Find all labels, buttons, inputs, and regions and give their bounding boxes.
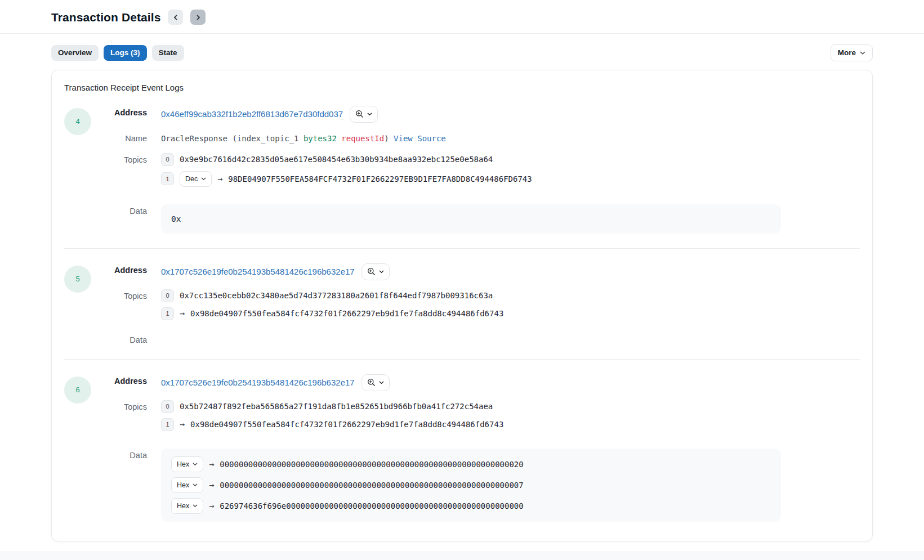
- topics-label: Topics: [101, 400, 147, 411]
- chevron-down-icon: [379, 380, 384, 385]
- more-label: More: [838, 49, 856, 57]
- topic-value: 0x98de04907f550fea584fcf4732f01f2662297e…: [190, 420, 503, 429]
- topic-row: 0 0x7cc135e0cebb02c3480ae5d74d377283180a…: [161, 289, 860, 302]
- footer-strip: A transaction is a cryptographically sig…: [0, 551, 924, 560]
- name-label: Name: [101, 132, 147, 143]
- page-title: Transaction Details: [51, 11, 160, 24]
- event-param-name: requestId: [337, 134, 384, 143]
- topic-value: 0x9e9bc7616d42c2835d05ae617e508454e63b30…: [180, 155, 493, 164]
- event-param-type: bytes32: [303, 134, 337, 143]
- address-zoom-button[interactable]: [350, 106, 378, 123]
- data-word-row: Hex → 0000000000000000000000000000000000…: [171, 456, 771, 472]
- topic-value: 0x7cc135e0cebb02c3480ae5d74d377283180a26…: [180, 291, 493, 300]
- event-signature: OracleResponse (index_topic_1: [161, 134, 303, 143]
- magnifier-plus-icon: [367, 267, 376, 276]
- data-word-value: 0000000000000000000000000000000000000000…: [220, 481, 523, 490]
- data-format-value: Hex: [177, 502, 189, 510]
- chevron-down-icon: [379, 269, 384, 274]
- arrow-right-icon: →: [217, 174, 222, 184]
- data-format-select[interactable]: Hex: [171, 477, 203, 493]
- data-word-value: 0000000000000000000000000000000000000000…: [220, 460, 523, 469]
- chevron-right-icon: [195, 15, 201, 20]
- tab-group: Overview Logs (3) State: [51, 45, 184, 61]
- topic-index-badge: 1: [161, 307, 174, 320]
- log-data-box: Hex → 0000000000000000000000000000000000…: [161, 449, 781, 522]
- log-index-badge: 6: [64, 377, 91, 404]
- topic-row: 1 → 0x98de04907f550fea584fcf4732f01f2662…: [161, 307, 860, 320]
- topics-label: Topics: [101, 153, 147, 164]
- topic-format-select[interactable]: Dec: [180, 171, 212, 187]
- address-link[interactable]: 0x1707c526e19fe0b254193b5481426c196b632e…: [161, 378, 355, 387]
- arrow-right-icon: →: [209, 501, 214, 511]
- log-divider: [64, 248, 860, 249]
- topic-row: 1 → 0x98de04907f550fea584fcf4732f01f2662…: [161, 418, 860, 431]
- topic-value: 0x5b72487f892feba565865a27f191da8fb1e852…: [180, 402, 493, 411]
- chevron-down-icon: [201, 176, 206, 181]
- log-divider: [64, 359, 860, 360]
- address-zoom-button[interactable]: [361, 263, 390, 280]
- previous-transaction-button[interactable]: [168, 10, 183, 25]
- log-entry-6: 6 Address 0x1707c526e19fe0b254193b548142…: [64, 374, 860, 522]
- data-format-select[interactable]: Hex: [171, 498, 203, 514]
- tab-logs[interactable]: Logs (3): [104, 45, 147, 61]
- topic-value: 98DE04907F550FEA584FCF4732F01F2662297EB9…: [228, 174, 532, 183]
- data-label: Data: [101, 333, 147, 344]
- chevron-left-icon: [173, 15, 178, 20]
- log-data-box: 0x: [161, 204, 781, 234]
- topic-row: 1 Dec → 98DE04907F550FEA584FCF4732F01F26…: [161, 171, 860, 187]
- chevron-down-icon: [193, 462, 198, 467]
- view-source-link[interactable]: View Source: [394, 134, 446, 143]
- address-link[interactable]: 0x1707c526e19fe0b254193b5481426c196b632e…: [161, 267, 355, 276]
- tab-overview[interactable]: Overview: [51, 45, 99, 61]
- arrow-right-icon: →: [209, 480, 214, 490]
- event-logs-card: Transaction Receipt Event Logs 4 Address…: [51, 70, 873, 541]
- topic-index-badge: 0: [161, 153, 174, 166]
- topic-index-badge: 1: [161, 418, 174, 431]
- log-index-badge: 5: [64, 266, 91, 293]
- address-link[interactable]: 0x46eff99cab332f1b2eb2ff6813d67e7d30fdd0…: [161, 109, 343, 119]
- data-word-value: 626974636f696e00000000000000000000000000…: [220, 501, 523, 510]
- event-signature-close: ): [384, 134, 389, 143]
- topic-row: 0 0x5b72487f892feba565865a27f191da8fb1e8…: [161, 400, 860, 413]
- next-transaction-button[interactable]: [190, 10, 206, 25]
- topics-label: Topics: [101, 289, 147, 301]
- data-label: Data: [101, 204, 147, 216]
- topic-format-value: Dec: [185, 175, 198, 183]
- address-label: Address: [101, 374, 147, 386]
- tabs-row: Overview Logs (3) State More: [51, 44, 873, 61]
- log-index-badge: 4: [64, 108, 91, 135]
- log-entry-5: 5 Address 0x1707c526e19fe0b254193b548142…: [64, 263, 860, 344]
- topic-index-badge: 0: [161, 289, 174, 302]
- chevron-down-icon: [367, 111, 372, 117]
- data-label: Data: [101, 449, 147, 460]
- chevron-down-icon: [860, 50, 865, 56]
- address-label: Address: [101, 263, 147, 275]
- page-header: Transaction Details: [51, 0, 873, 33]
- tab-state[interactable]: State: [152, 45, 184, 61]
- data-format-value: Hex: [177, 460, 189, 468]
- card-heading: Transaction Receipt Event Logs: [64, 83, 860, 92]
- log-entry-4: 4 Address 0x46eff99cab332f1b2eb2ff6813d6…: [64, 106, 860, 234]
- data-format-select[interactable]: Hex: [171, 456, 203, 472]
- chevron-down-icon: [193, 503, 198, 508]
- address-label: Address: [101, 106, 147, 117]
- data-format-value: Hex: [177, 481, 189, 489]
- more-dropdown-button[interactable]: More: [831, 44, 873, 61]
- chevron-down-icon: [193, 482, 198, 487]
- arrow-right-icon: →: [209, 459, 214, 469]
- magnifier-plus-icon: [355, 110, 364, 118]
- data-word-row: Hex → 0000000000000000000000000000000000…: [171, 477, 771, 493]
- topic-row: 0 0x9e9bc7616d42c2835d05ae617e508454e63b…: [161, 153, 860, 166]
- topic-value: 0x98de04907f550fea584fcf4732f01f2662297e…: [190, 309, 503, 318]
- arrow-right-icon: →: [180, 308, 185, 319]
- header-divider: [0, 33, 924, 34]
- topic-index-badge: 1: [161, 172, 174, 185]
- topic-index-badge: 0: [161, 400, 174, 413]
- address-zoom-button[interactable]: [361, 374, 390, 391]
- data-word-row: Hex → 626974636f696e00000000000000000000…: [171, 498, 771, 514]
- magnifier-plus-icon: [367, 378, 376, 387]
- arrow-right-icon: →: [180, 419, 185, 429]
